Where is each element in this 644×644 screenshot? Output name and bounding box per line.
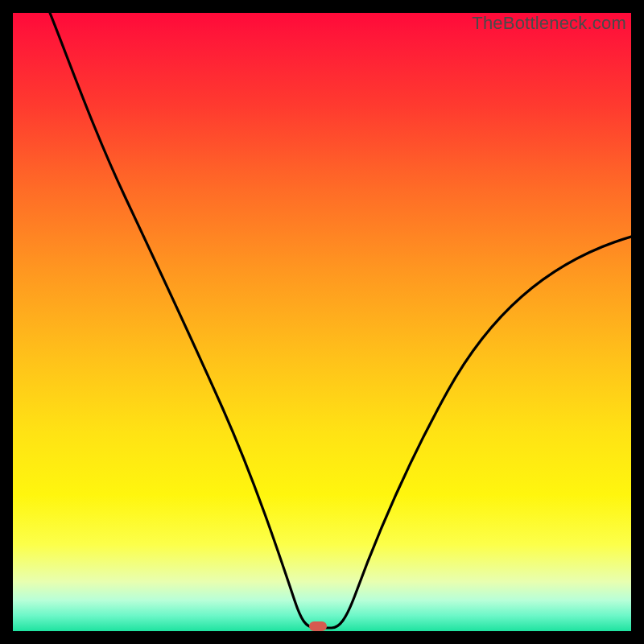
curve-path <box>50 13 631 628</box>
optimal-marker <box>309 621 327 631</box>
plot-area: TheBottleneck.com <box>13 13 631 631</box>
chart-frame: TheBottleneck.com <box>0 0 644 644</box>
bottleneck-curve <box>13 13 631 631</box>
